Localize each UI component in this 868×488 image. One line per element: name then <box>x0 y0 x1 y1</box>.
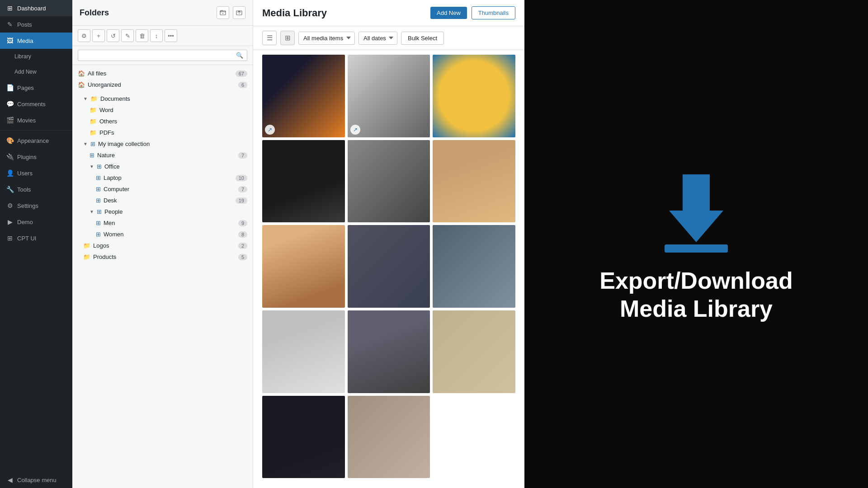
folder-refresh-btn[interactable]: ↺ <box>107 29 119 42</box>
products-count: 5 <box>238 254 247 260</box>
media-type-filter[interactable]: All media items Images Videos Documents <box>298 32 355 45</box>
desk-icon: ⊞ <box>96 197 101 204</box>
unorganized-icon: 🏠 <box>78 81 85 88</box>
sidebar-item-tools[interactable]: 🔧 Tools <box>0 181 72 197</box>
folder-item-computer[interactable]: ⊞ Computer 7 <box>72 183 253 195</box>
media-item[interactable] <box>348 310 430 393</box>
folder-item-documents[interactable]: ▼ 📁 Documents <box>72 93 253 104</box>
bulk-select-button[interactable]: Bulk Select <box>401 32 444 45</box>
svg-marker-2 <box>669 174 723 242</box>
sidebar-item-posts[interactable]: ✎ Posts <box>0 16 72 33</box>
new-folder-button[interactable] <box>217 6 229 19</box>
sidebar-item-pages[interactable]: 📄 Pages <box>0 80 72 96</box>
promo-panel: Export/Download Media Library <box>524 0 868 488</box>
sidebar-item-collapse[interactable]: ◀ Collapse menu <box>0 472 72 488</box>
media-item[interactable] <box>262 140 345 223</box>
promo-title: Export/Download Media Library <box>599 267 793 323</box>
others-folder-icon: 📁 <box>90 118 97 125</box>
media-item[interactable] <box>433 310 515 393</box>
sidebar-item-settings[interactable]: ⚙ Settings <box>0 197 72 214</box>
grid-view-button[interactable]: ⊞ <box>280 31 295 45</box>
folder-delete-btn[interactable]: 🗑 <box>136 29 148 42</box>
computer-icon: ⊞ <box>96 186 101 192</box>
folder-item-products[interactable]: 📁 Products 5 <box>72 251 253 263</box>
svg-rect-3 <box>665 244 728 253</box>
laptop-icon: ⊞ <box>96 174 101 181</box>
folder-item-office[interactable]: ▼ ⊞ Office <box>72 161 253 172</box>
folders-panel: Folders ⚙ + ↺ ✎ 🗑 ↕ ••• 🔍 🏠 All files 67… <box>72 0 253 488</box>
folder-item-pdfs[interactable]: 📁 PDFs <box>72 127 253 138</box>
movies-icon: 🎬 <box>6 117 14 124</box>
sidebar-item-movies[interactable]: 🎬 Movies <box>0 112 72 128</box>
media-item[interactable]: ↗ <box>348 55 430 137</box>
media-item[interactable] <box>348 396 430 479</box>
thumbnails-button[interactable]: Thumbnails <box>472 6 515 19</box>
women-count: 8 <box>238 231 247 238</box>
sidebar-item-demo[interactable]: ▶ Demo <box>0 214 72 230</box>
media-item[interactable] <box>433 225 515 308</box>
products-folder-icon: 📁 <box>83 253 90 260</box>
people-toggle: ▼ <box>90 209 94 214</box>
search-row: 🔍 <box>72 46 253 65</box>
media-grid: ↗ ↗ <box>262 55 515 478</box>
posts-icon: ✎ <box>6 21 14 28</box>
add-new-button[interactable]: Add New <box>430 7 467 19</box>
men-icon: ⊞ <box>96 220 101 226</box>
folder-item-all-files[interactable]: 🏠 All files 67 <box>72 68 253 79</box>
plugins-icon: 🔌 <box>6 153 14 160</box>
sidebar-item-plugins[interactable]: 🔌 Plugins <box>0 149 72 165</box>
folder-item-nature[interactable]: ⊞ Nature 7 <box>72 150 253 161</box>
folder-item-logos[interactable]: 📁 Logos 2 <box>72 240 253 251</box>
upload-button[interactable] <box>233 6 245 19</box>
folder-item-men[interactable]: ⊞ Men 9 <box>72 217 253 229</box>
office-toggle: ▼ <box>90 164 94 169</box>
sidebar-item-appearance[interactable]: 🎨 Appearance <box>0 132 72 149</box>
search-icon[interactable]: 🔍 <box>236 52 243 59</box>
list-view-button[interactable]: ☰ <box>262 31 277 45</box>
folder-item-women[interactable]: ⊞ Women 8 <box>72 229 253 240</box>
media-item[interactable] <box>433 140 515 223</box>
logos-folder-icon: 📁 <box>83 242 90 249</box>
all-files-count: 67 <box>236 70 247 77</box>
folder-add-btn[interactable]: + <box>92 29 105 42</box>
people-icon: ⊞ <box>97 208 102 215</box>
search-input[interactable] <box>82 52 236 59</box>
folder-more-btn[interactable]: ••• <box>165 29 177 42</box>
folder-item-word[interactable]: 📁 Word <box>72 104 253 116</box>
sidebar-item-library[interactable]: Library <box>0 49 72 64</box>
media-item[interactable] <box>433 55 515 137</box>
demo-icon: ▶ <box>6 218 14 225</box>
folder-item-unorganized[interactable]: 🏠 Unorganized 6 <box>72 79 253 90</box>
sidebar-item-comments[interactable]: 💬 Comments <box>0 96 72 112</box>
svg-rect-0 <box>220 11 226 15</box>
unorganized-count: 6 <box>238 82 247 88</box>
media-item[interactable] <box>348 140 430 223</box>
folder-item-people[interactable]: ▼ ⊞ People <box>72 206 253 217</box>
media-library-header: Media Library Add New Thumbnails <box>253 0 524 26</box>
media-item[interactable] <box>262 225 345 308</box>
folder-rename-btn[interactable]: ✎ <box>121 29 134 42</box>
laptop-count: 10 <box>236 175 247 181</box>
media-item[interactable] <box>262 310 345 393</box>
folder-item-laptop[interactable]: ⊞ Laptop 10 <box>72 172 253 183</box>
folder-item-my-image-collection[interactable]: ▼ ⊞ My image collection <box>72 138 253 150</box>
men-count: 9 <box>238 220 247 226</box>
media-item[interactable] <box>348 225 430 308</box>
folder-settings-btn[interactable]: ⚙ <box>78 29 90 42</box>
media-grid-wrap: ↗ ↗ <box>253 50 524 488</box>
dashboard-icon: ⊞ <box>6 5 14 12</box>
sidebar-item-media[interactable]: 🖼 Media <box>0 33 72 49</box>
nature-count: 7 <box>238 152 247 159</box>
date-filter[interactable]: All dates 2024 2023 <box>359 32 397 45</box>
folder-sort-btn[interactable]: ↕ <box>150 29 163 42</box>
documents-folder-icon: 📁 <box>90 95 98 102</box>
media-item[interactable] <box>262 396 345 479</box>
folder-all-icon: 🏠 <box>78 70 85 77</box>
folder-item-others[interactable]: 📁 Others <box>72 116 253 127</box>
sidebar-item-cpt-ui[interactable]: ⊞ CPT UI <box>0 230 72 246</box>
sidebar-item-users[interactable]: 👤 Users <box>0 165 72 181</box>
media-item[interactable]: ↗ <box>262 55 345 137</box>
folder-item-desk[interactable]: ⊞ Desk 19 <box>72 195 253 206</box>
sidebar-item-add-new[interactable]: Add New <box>0 64 72 80</box>
sidebar-item-dashboard[interactable]: ⊞ Dashboard <box>0 0 72 16</box>
